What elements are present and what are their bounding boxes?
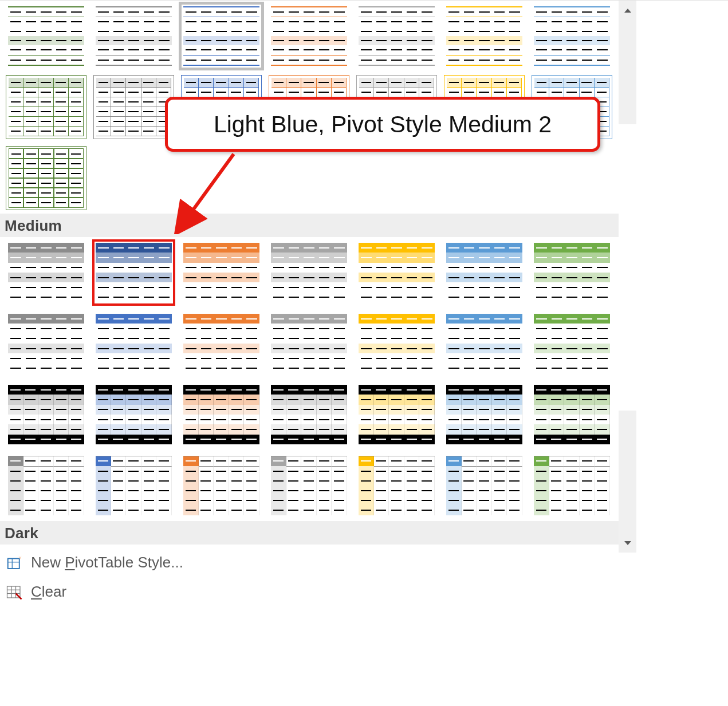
chevron-down-icon xyxy=(624,541,631,545)
light-row-continuation xyxy=(0,1,619,72)
style-swatch[interactable] xyxy=(6,146,86,210)
style-swatch[interactable] xyxy=(93,453,174,518)
section-header-dark: Dark xyxy=(0,521,619,545)
svg-rect-0 xyxy=(8,558,19,569)
style-swatch[interactable] xyxy=(444,311,525,376)
style-swatch[interactable] xyxy=(93,4,174,68)
style-swatch[interactable] xyxy=(356,240,437,305)
section-label: Dark xyxy=(5,524,38,542)
light-row xyxy=(0,143,619,214)
style-scroll-area: Medium xyxy=(0,1,619,553)
medium-row-4 xyxy=(0,450,619,521)
medium-row-1 xyxy=(0,237,619,308)
style-swatch[interactable] xyxy=(444,240,525,305)
style-swatch[interactable] xyxy=(93,75,174,139)
style-swatch[interactable] xyxy=(444,453,525,518)
new-style-icon xyxy=(6,554,23,571)
style-swatch[interactable] xyxy=(269,382,349,447)
style-swatch[interactable] xyxy=(532,453,612,518)
style-swatch[interactable] xyxy=(6,240,86,305)
style-swatch[interactable] xyxy=(532,4,612,68)
callout-box: Light Blue, Pivot Style Medium 2 xyxy=(165,97,600,152)
chevron-up-icon xyxy=(624,9,631,13)
medium-row-3 xyxy=(0,379,619,450)
style-swatch[interactable] xyxy=(6,311,86,376)
scrollbar-thumb[interactable] xyxy=(619,124,636,411)
style-swatch[interactable] xyxy=(181,453,262,518)
style-swatch[interactable] xyxy=(181,311,262,376)
section-header-medium: Medium xyxy=(0,214,619,237)
svg-line-9 xyxy=(16,593,22,599)
menu-label: ClearClear xyxy=(31,583,66,601)
style-swatch[interactable] xyxy=(532,382,612,447)
style-swatch[interactable] xyxy=(269,4,349,68)
style-swatch[interactable] xyxy=(269,311,349,376)
style-swatch[interactable] xyxy=(356,311,437,376)
pivot-style-gallery: Medium xyxy=(0,0,728,706)
style-swatch[interactable] xyxy=(532,240,612,305)
clear-icon xyxy=(6,583,23,601)
section-label: Medium xyxy=(5,217,62,234)
scrollbar-track[interactable] xyxy=(619,20,636,533)
medium-row-2 xyxy=(0,308,619,379)
style-swatch[interactable] xyxy=(93,382,174,447)
style-swatch-selected[interactable] xyxy=(181,4,262,68)
new-pivottable-style-button[interactable]: New PivotTable Style...New PivotTable St… xyxy=(0,548,636,577)
style-swatch[interactable] xyxy=(181,240,262,305)
gallery-footer: New PivotTable Style...New PivotTable St… xyxy=(0,548,636,606)
style-swatch[interactable] xyxy=(6,453,86,518)
vertical-scrollbar[interactable] xyxy=(619,1,636,553)
style-swatch[interactable] xyxy=(269,453,349,518)
style-swatch[interactable] xyxy=(269,240,349,305)
style-swatch[interactable] xyxy=(93,311,174,376)
style-swatch[interactable] xyxy=(356,453,437,518)
style-swatch[interactable] xyxy=(6,4,86,68)
style-swatch[interactable] xyxy=(356,382,437,447)
style-swatch[interactable] xyxy=(6,382,86,447)
style-swatch[interactable] xyxy=(444,382,525,447)
style-swatch[interactable] xyxy=(532,311,612,376)
style-swatch[interactable] xyxy=(6,75,86,139)
menu-label: New PivotTable Style...New PivotTable St… xyxy=(31,554,183,571)
clear-style-button[interactable]: ClearClear xyxy=(0,577,636,606)
style-swatch[interactable] xyxy=(444,4,525,68)
scroll-up-button[interactable] xyxy=(619,1,636,20)
style-swatch-highlighted[interactable] xyxy=(93,240,174,305)
style-swatch[interactable] xyxy=(356,4,437,68)
style-swatch[interactable] xyxy=(181,382,262,447)
callout-text: Light Blue, Pivot Style Medium 2 xyxy=(214,111,552,138)
